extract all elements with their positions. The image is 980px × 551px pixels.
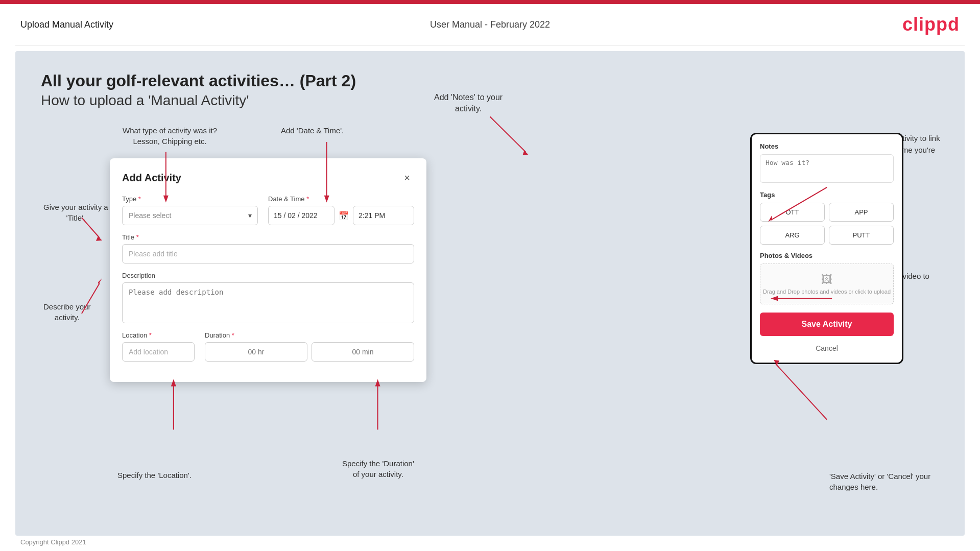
type-select-wrapper: Please select ▾	[122, 206, 258, 225]
svg-line-12	[490, 117, 526, 152]
upload-icon: 🖼	[821, 273, 832, 286]
svg-marker-7	[98, 278, 102, 284]
svg-marker-13	[522, 151, 528, 155]
title-label: Title *	[122, 233, 414, 241]
datetime-group: Date & Time * 📅	[268, 195, 414, 225]
type-label: Type *	[122, 195, 258, 203]
logo: clippd	[902, 14, 960, 35]
datetime-inputs: 📅	[268, 206, 414, 225]
duration-min-input[interactable]	[312, 342, 414, 362]
modal-close-button[interactable]: ×	[400, 171, 414, 185]
location-input[interactable]	[122, 342, 195, 362]
header-subtitle: User Manual - February 2022	[430, 19, 550, 30]
type-group: Type * Please select ▾	[122, 195, 258, 225]
top-bar	[0, 0, 980, 4]
tag-arg[interactable]: ARG	[760, 226, 825, 245]
annotation-location: Specify the 'Location'.	[117, 471, 192, 480]
duration-group: Duration *	[205, 331, 414, 362]
duration-hr-input[interactable]	[205, 342, 307, 362]
annotation-duration: Specify the 'Duration'of your activity.	[342, 458, 414, 480]
annotation-save-cancel: 'Save Activity' or 'Cancel' your changes…	[829, 471, 942, 492]
header-divider	[15, 45, 965, 45]
calendar-icon: 📅	[339, 211, 349, 221]
annotation-what-type: What type of activity was it?Lesson, Chi…	[123, 125, 217, 147]
description-group: Description	[122, 272, 414, 323]
svg-line-18	[776, 364, 827, 420]
title-group: Title *	[122, 233, 414, 263]
notes-label: Notes	[760, 142, 894, 150]
header: Upload Manual Activity User Manual - Feb…	[0, 4, 980, 45]
type-datetime-row: Type * Please select ▾ Date & Time * 📅	[122, 195, 414, 225]
annotation-notes: Add 'Notes' to youractivity.	[434, 92, 503, 115]
annotation-date-time: Add 'Date & Time'.	[281, 125, 344, 136]
page-title: Upload Manual Activity	[20, 19, 113, 30]
location-label: Location *	[122, 331, 195, 339]
copyright-text: Copyright Clippd 2021	[20, 538, 86, 546]
phone-mockup: Notes Tags OTT APP ARG PUTT Photos & Vid…	[750, 133, 903, 364]
location-group: Location *	[122, 331, 195, 362]
tag-ott[interactable]: OTT	[760, 203, 825, 222]
cancel-button[interactable]: Cancel	[760, 342, 894, 354]
main-content-area: All your golf-relevant activities… (Part…	[15, 51, 965, 536]
svg-marker-5	[96, 236, 102, 241]
title-input[interactable]	[122, 244, 414, 263]
add-activity-modal: Add Activity × Type * Please select ▾ Da…	[110, 158, 426, 382]
annotation-give-title: Give your activity a'Title'.	[43, 202, 108, 223]
tags-label: Tags	[760, 191, 894, 199]
save-activity-button[interactable]: Save Activity	[760, 313, 894, 336]
duration-label: Duration *	[205, 331, 414, 339]
type-select[interactable]: Please select	[122, 206, 258, 225]
phone-content: Notes Tags OTT APP ARG PUTT Photos & Vid…	[752, 134, 902, 363]
date-input[interactable]	[268, 206, 334, 225]
tags-grid: OTT APP ARG PUTT	[760, 203, 894, 245]
upload-area[interactable]: 🖼 Drag and Drop photos and videos or cli…	[760, 263, 894, 304]
upload-text: Drag and Drop photos and videos or click…	[763, 289, 891, 295]
description-textarea[interactable]	[122, 282, 414, 323]
description-label: Description	[122, 272, 414, 279]
annotation-describe: Describe youractivity.	[43, 301, 91, 323]
datetime-label: Date & Time *	[268, 195, 414, 203]
notes-textarea[interactable]	[760, 154, 894, 183]
location-duration-row: Location * Duration *	[122, 331, 414, 362]
modal-title: Add Activity	[122, 172, 181, 184]
duration-inputs	[205, 342, 414, 362]
time-input[interactable]	[353, 206, 414, 225]
tag-app[interactable]: APP	[829, 203, 894, 222]
modal-header: Add Activity ×	[122, 171, 414, 185]
photos-label: Photos & Videos	[760, 252, 894, 259]
tag-putt[interactable]: PUTT	[829, 226, 894, 245]
